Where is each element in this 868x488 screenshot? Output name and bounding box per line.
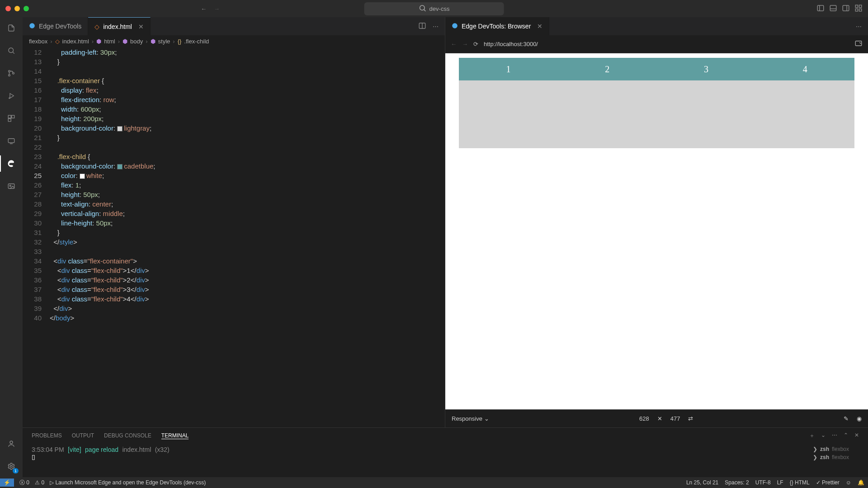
shell-icon: ❯ (813, 446, 817, 452)
status-launch-edge[interactable]: ▷ Launch Microsoft Edge and open the Edg… (50, 479, 206, 486)
svg-rect-11 (859, 9, 862, 11)
close-tab-icon[interactable]: ✕ (138, 23, 144, 30)
customize-layout-icon[interactable] (854, 4, 863, 14)
shell-icon: ❯ (813, 454, 817, 460)
flex-child: 3 (657, 58, 756, 80)
maximize-panel-icon[interactable]: ⌃ (844, 432, 848, 440)
close-window[interactable] (5, 6, 11, 11)
toggle-panel-icon[interactable] (829, 4, 837, 14)
svg-rect-20 (12, 115, 14, 118)
status-eol[interactable]: LF (777, 479, 783, 486)
breadcrumb[interactable]: flexbox› ◇index.html› ⬢html› ⬢body› ⬢sty… (23, 35, 445, 47)
terminal-time: 3:53:04 PM (32, 446, 64, 453)
svg-point-15 (9, 75, 10, 76)
terminal-output[interactable]: 3:53:04 PM [vite] page reload index.html… (23, 443, 809, 477)
status-cursor-position[interactable]: Ln 25, Col 21 (686, 479, 718, 486)
status-prettier[interactable]: ✓ Prettier (816, 479, 840, 486)
split-editor-icon[interactable] (418, 22, 426, 31)
tab-debug-console[interactable]: DEBUG CONSOLE (104, 432, 151, 439)
tab-edge-devtools[interactable]: Edge DevTools (23, 17, 88, 35)
vision-deficiency-icon[interactable]: ◉ (857, 415, 862, 422)
tab-index-html[interactable]: ◇ index.html ✕ (88, 17, 151, 35)
open-devtools-icon[interactable] (854, 39, 863, 49)
command-center[interactable]: dev-css (364, 2, 504, 15)
svg-rect-8 (855, 5, 858, 7)
toggle-secondary-sidebar-icon[interactable] (842, 4, 850, 14)
editor-tabs: Edge DevTools ◇ index.html ✕ ⋯ (23, 17, 445, 35)
remote-indicator[interactable]: ⚡ (0, 479, 14, 487)
tab-label: index.html (103, 23, 132, 30)
svg-marker-17 (10, 94, 14, 99)
svg-point-18 (9, 98, 10, 99)
browser-forward-icon[interactable]: → (462, 41, 468, 47)
maximize-window[interactable] (24, 6, 29, 11)
emulate-css-icon[interactable]: ✎ (844, 415, 849, 422)
browser-reload-icon[interactable]: ⟳ (473, 41, 478, 47)
terminal-tag: [vite] (68, 446, 81, 453)
minimize-window[interactable] (14, 6, 20, 11)
viewport-height[interactable]: 477 (670, 415, 680, 422)
tab-devtools-browser[interactable]: Edge DevTools: Browser ✕ (445, 17, 549, 35)
svg-point-26 (10, 441, 13, 444)
svg-point-0 (420, 5, 425, 10)
status-encoding[interactable]: UTF-8 (755, 479, 771, 486)
terminal-item[interactable]: ❯ zsh flexbox (813, 453, 864, 461)
svg-line-1 (424, 9, 425, 11)
viewport-width[interactable]: 628 (639, 415, 649, 422)
breadcrumb-selector: .flex-child (184, 38, 209, 45)
url-bar[interactable]: http://localhost:3000/ (484, 41, 849, 47)
more-actions-icon[interactable]: ⋯ (433, 23, 439, 30)
breadcrumb-body: body (130, 38, 143, 45)
edge-icon (29, 23, 35, 30)
code-editor[interactable]: 1213141516171819202122232425262728293031… (23, 47, 445, 427)
status-feedback-icon[interactable]: ☺ (846, 479, 851, 486)
nav-forward-icon[interactable]: → (214, 5, 220, 12)
media-icon[interactable] (5, 180, 18, 192)
tab-terminal[interactable]: TERMINAL (161, 432, 189, 439)
more-actions-icon[interactable]: ⋯ (856, 23, 862, 30)
svg-rect-9 (859, 5, 862, 7)
tab-problems[interactable]: PROBLEMS (32, 432, 62, 439)
toggle-primary-sidebar-icon[interactable] (816, 4, 825, 14)
tab-output[interactable]: OUTPUT (72, 432, 94, 439)
device-mode[interactable]: Responsive ⌄ (452, 415, 489, 422)
search-view-icon[interactable] (5, 44, 18, 57)
browser-back-icon[interactable]: ← (451, 41, 457, 47)
activity-bar: 1 (0, 17, 23, 477)
svg-point-28 (29, 23, 35, 28)
extensions-icon[interactable] (5, 112, 18, 125)
browser-tabs: Edge DevTools: Browser ✕ ⋯ (445, 17, 868, 35)
run-debug-icon[interactable] (5, 89, 18, 102)
status-indentation[interactable]: Spaces: 2 (725, 479, 749, 486)
breadcrumb-folder: flexbox (29, 38, 47, 45)
flex-child: 4 (755, 58, 854, 80)
nav-back-icon[interactable]: ← (201, 5, 207, 12)
tab-label: Edge DevTools (39, 23, 81, 30)
status-errors[interactable]: ⓧ 0 (19, 479, 29, 487)
breadcrumb-file: index.html (62, 38, 89, 45)
statusbar: ⚡ ⓧ 0 ⚠ 0 ▷ Launch Microsoft Edge and op… (0, 477, 868, 488)
terminal-dropdown-icon[interactable]: ⌄ (821, 432, 826, 440)
source-control-icon[interactable] (5, 67, 18, 80)
svg-rect-2 (817, 5, 824, 11)
status-warnings[interactable]: ⚠ 0 (35, 479, 44, 486)
settings-gear-icon[interactable]: 1 (5, 460, 18, 473)
svg-point-14 (9, 70, 10, 72)
svg-line-13 (13, 52, 14, 53)
status-language[interactable]: {} HTML (790, 479, 810, 486)
accounts-icon[interactable] (5, 437, 18, 450)
new-terminal-icon[interactable]: ＋ (809, 432, 815, 440)
close-tab-icon[interactable]: ✕ (537, 23, 542, 30)
edge-devtools-icon[interactable] (5, 157, 18, 170)
terminal-list: ❯ zsh flexbox❯ zsh flexbox (809, 443, 868, 477)
close-panel-icon[interactable]: ✕ (854, 432, 859, 440)
status-notifications-icon[interactable]: 🔔 (858, 479, 864, 486)
explorer-icon[interactable] (5, 22, 18, 34)
rotate-icon[interactable]: ⇄ (688, 415, 693, 422)
remote-explorer-icon[interactable] (5, 135, 18, 147)
split-terminal-icon[interactable]: ⋯ (832, 432, 837, 440)
terminal-item[interactable]: ❯ zsh flexbox (813, 445, 864, 453)
breadcrumb-style: style (158, 38, 170, 45)
browser-preview[interactable]: 1234 (445, 53, 868, 409)
svg-rect-4 (830, 5, 836, 11)
